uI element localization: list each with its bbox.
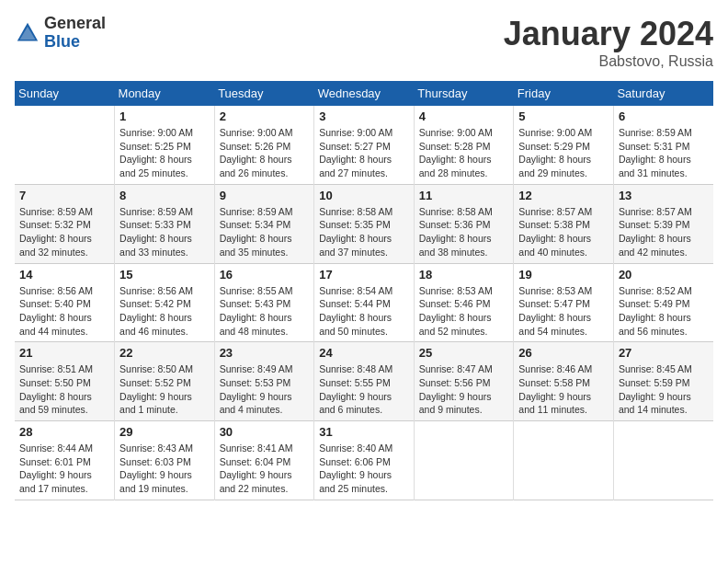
day-info: Sunrise: 8:50 AMSunset: 5:52 PMDaylight:… xyxy=(119,362,210,417)
logo-blue: Blue xyxy=(44,33,106,52)
day-info: Sunrise: 8:59 AMSunset: 5:31 PMDaylight:… xyxy=(619,126,709,180)
day-info: Sunrise: 8:46 AMSunset: 5:58 PMDaylight:… xyxy=(518,362,609,417)
week-row: 28Sunrise: 8:44 AMSunset: 6:01 PMDayligh… xyxy=(15,421,713,500)
day-info: Sunrise: 9:00 AMSunset: 5:25 PMDaylight:… xyxy=(119,126,210,180)
day-info: Sunrise: 8:44 AMSunset: 6:01 PMDaylight:… xyxy=(19,442,109,496)
week-row: 21Sunrise: 8:51 AMSunset: 5:50 PMDayligh… xyxy=(15,342,713,421)
day-number: 3 xyxy=(319,109,409,123)
calendar-header: SundayMondayTuesdayWednesdayThursdayFrid… xyxy=(15,81,713,106)
day-number: 11 xyxy=(419,189,509,202)
day-number: 28 xyxy=(19,425,109,439)
day-number: 22 xyxy=(119,346,210,360)
header-day-wednesday: Wednesday xyxy=(314,81,415,106)
day-number: 4 xyxy=(419,109,509,123)
day-number: 19 xyxy=(518,268,609,282)
title-block: January 2024 Babstovo, Russia xyxy=(504,15,713,70)
calendar-cell: 28Sunrise: 8:44 AMSunset: 6:01 PMDayligh… xyxy=(15,421,115,500)
calendar-cell: 14Sunrise: 8:56 AMSunset: 5:40 PMDayligh… xyxy=(15,263,115,342)
day-info: Sunrise: 8:56 AMSunset: 5:42 PMDaylight:… xyxy=(119,284,210,339)
logo-icon xyxy=(15,20,40,46)
header-day-saturday: Saturday xyxy=(613,81,713,106)
day-number: 7 xyxy=(19,189,109,202)
calendar-cell: 1Sunrise: 9:00 AMSunset: 5:25 PMDaylight… xyxy=(115,106,215,184)
calendar-cell: 16Sunrise: 8:55 AMSunset: 5:43 PMDayligh… xyxy=(214,263,314,342)
week-row: 14Sunrise: 8:56 AMSunset: 5:40 PMDayligh… xyxy=(15,263,713,342)
calendar-cell: 22Sunrise: 8:50 AMSunset: 5:52 PMDayligh… xyxy=(115,342,215,421)
day-info: Sunrise: 8:43 AMSunset: 6:03 PMDaylight:… xyxy=(119,442,210,496)
calendar-cell: 3Sunrise: 9:00 AMSunset: 5:27 PMDaylight… xyxy=(314,106,415,184)
day-info: Sunrise: 8:53 AMSunset: 5:46 PMDaylight:… xyxy=(419,284,509,339)
day-info: Sunrise: 8:57 AMSunset: 5:38 PMDaylight:… xyxy=(518,205,609,259)
day-number: 2 xyxy=(220,109,310,123)
day-number: 23 xyxy=(220,346,310,360)
calendar-cell: 31Sunrise: 8:40 AMSunset: 6:06 PMDayligh… xyxy=(314,421,415,500)
header-day-friday: Friday xyxy=(514,81,614,106)
header-day-monday: Monday xyxy=(115,81,215,106)
calendar-cell: 4Sunrise: 9:00 AMSunset: 5:28 PMDaylight… xyxy=(414,106,514,184)
calendar-cell: 24Sunrise: 8:48 AMSunset: 5:55 PMDayligh… xyxy=(314,342,415,421)
calendar-cell: 15Sunrise: 8:56 AMSunset: 5:42 PMDayligh… xyxy=(115,263,215,342)
calendar-cell: 2Sunrise: 9:00 AMSunset: 5:26 PMDaylight… xyxy=(214,106,314,184)
calendar-cell: 30Sunrise: 8:41 AMSunset: 6:04 PMDayligh… xyxy=(214,421,314,500)
week-row: 1Sunrise: 9:00 AMSunset: 5:25 PMDaylight… xyxy=(15,106,713,184)
calendar-cell: 12Sunrise: 8:57 AMSunset: 5:38 PMDayligh… xyxy=(514,184,614,263)
day-info: Sunrise: 8:59 AMSunset: 5:32 PMDaylight:… xyxy=(19,205,109,259)
day-info: Sunrise: 8:48 AMSunset: 5:55 PMDaylight:… xyxy=(319,362,409,417)
day-info: Sunrise: 8:58 AMSunset: 5:36 PMDaylight:… xyxy=(419,205,509,259)
calendar-title: January 2024 xyxy=(504,15,713,53)
calendar-cell: 8Sunrise: 8:59 AMSunset: 5:33 PMDaylight… xyxy=(115,184,215,263)
day-number: 9 xyxy=(220,189,310,202)
calendar-cell: 7Sunrise: 8:59 AMSunset: 5:32 PMDaylight… xyxy=(15,184,115,263)
day-number: 8 xyxy=(119,189,210,202)
logo: General Blue xyxy=(15,15,106,52)
calendar-cell: 20Sunrise: 8:52 AMSunset: 5:49 PMDayligh… xyxy=(613,263,713,342)
day-info: Sunrise: 8:49 AMSunset: 5:53 PMDaylight:… xyxy=(220,362,310,417)
day-number: 16 xyxy=(220,268,310,282)
day-info: Sunrise: 8:41 AMSunset: 6:04 PMDaylight:… xyxy=(220,442,310,496)
day-number: 18 xyxy=(419,268,509,282)
day-info: Sunrise: 8:59 AMSunset: 5:34 PMDaylight:… xyxy=(220,205,310,259)
header-day-thursday: Thursday xyxy=(414,81,514,106)
day-info: Sunrise: 8:58 AMSunset: 5:35 PMDaylight:… xyxy=(319,205,409,259)
calendar-cell xyxy=(15,106,115,184)
day-info: Sunrise: 9:00 AMSunset: 5:29 PMDaylight:… xyxy=(518,126,609,180)
day-info: Sunrise: 8:56 AMSunset: 5:40 PMDaylight:… xyxy=(19,284,109,339)
day-info: Sunrise: 8:57 AMSunset: 5:39 PMDaylight:… xyxy=(619,205,709,259)
header-day-tuesday: Tuesday xyxy=(214,81,314,106)
day-number: 13 xyxy=(619,189,709,202)
calendar-cell: 13Sunrise: 8:57 AMSunset: 5:39 PMDayligh… xyxy=(613,184,713,263)
day-number: 20 xyxy=(619,268,709,282)
calendar-cell: 9Sunrise: 8:59 AMSunset: 5:34 PMDaylight… xyxy=(214,184,314,263)
day-number: 5 xyxy=(518,109,609,123)
day-info: Sunrise: 8:59 AMSunset: 5:33 PMDaylight:… xyxy=(119,205,210,259)
day-number: 21 xyxy=(19,346,109,360)
calendar-cell: 23Sunrise: 8:49 AMSunset: 5:53 PMDayligh… xyxy=(214,342,314,421)
week-row: 7Sunrise: 8:59 AMSunset: 5:32 PMDaylight… xyxy=(15,184,713,263)
day-number: 14 xyxy=(19,268,109,282)
calendar-cell: 27Sunrise: 8:45 AMSunset: 5:59 PMDayligh… xyxy=(613,342,713,421)
calendar-cell: 10Sunrise: 8:58 AMSunset: 5:35 PMDayligh… xyxy=(314,184,415,263)
page-header: General Blue January 2024 Babstovo, Russ… xyxy=(15,15,713,70)
logo-text: General Blue xyxy=(44,15,106,52)
calendar-cell: 25Sunrise: 8:47 AMSunset: 5:56 PMDayligh… xyxy=(414,342,514,421)
day-number: 30 xyxy=(220,425,310,439)
day-info: Sunrise: 9:00 AMSunset: 5:26 PMDaylight:… xyxy=(220,126,310,180)
day-number: 29 xyxy=(119,425,210,439)
calendar-cell: 18Sunrise: 8:53 AMSunset: 5:46 PMDayligh… xyxy=(414,263,514,342)
calendar-body: 1Sunrise: 9:00 AMSunset: 5:25 PMDaylight… xyxy=(15,106,713,500)
day-number: 1 xyxy=(119,109,210,123)
day-number: 12 xyxy=(518,189,609,202)
calendar-cell: 19Sunrise: 8:53 AMSunset: 5:47 PMDayligh… xyxy=(514,263,614,342)
day-number: 26 xyxy=(518,346,609,360)
day-info: Sunrise: 8:52 AMSunset: 5:49 PMDaylight:… xyxy=(619,284,709,339)
logo-general: General xyxy=(44,15,106,33)
calendar-table: SundayMondayTuesdayWednesdayThursdayFrid… xyxy=(15,81,713,500)
day-number: 27 xyxy=(619,346,709,360)
day-number: 15 xyxy=(119,268,210,282)
header-row: SundayMondayTuesdayWednesdayThursdayFrid… xyxy=(15,81,713,106)
calendar-cell: 29Sunrise: 8:43 AMSunset: 6:03 PMDayligh… xyxy=(115,421,215,500)
calendar-cell xyxy=(514,421,614,500)
header-day-sunday: Sunday xyxy=(15,81,115,106)
day-number: 24 xyxy=(319,346,409,360)
day-info: Sunrise: 8:53 AMSunset: 5:47 PMDaylight:… xyxy=(518,284,609,339)
